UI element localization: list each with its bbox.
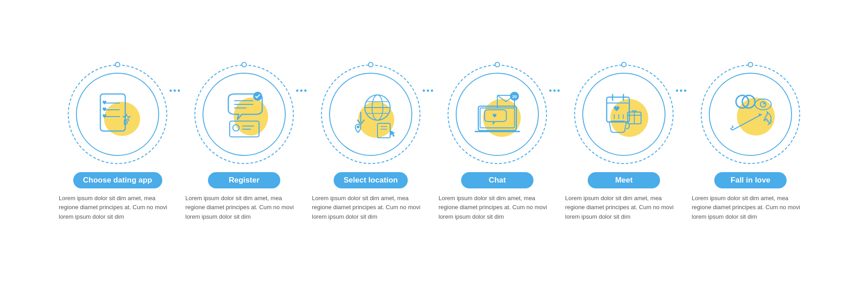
- inner-circle: [76, 73, 159, 156]
- top-connector-dot: [115, 62, 120, 67]
- choose-dating-app-icon: [90, 87, 145, 141]
- label-meet: Meet: [588, 172, 660, 188]
- step-choose-dating-app: Choose dating app Lorem ipsum dolor sit …: [54, 65, 181, 221]
- step-fall-in-love: Fall in love Lorem ipsum dolor sit dim a…: [687, 65, 814, 221]
- step-chat: 20 Chat Lorem ipsum dolor sit dim amet, …: [434, 65, 561, 221]
- select-location-icon: [344, 87, 398, 141]
- text-choose-dating-app: Lorem ipsum dolor sit dim amet, mea regi…: [54, 194, 181, 221]
- inner-circle-3: [329, 73, 412, 156]
- text-select-location: Lorem ipsum dolor sit dim amet, mea regi…: [307, 194, 434, 221]
- inner-circle-2: [203, 73, 286, 156]
- inner-circle-5: [582, 73, 665, 156]
- step-register: Register Lorem ipsum dolor sit dim amet,…: [181, 65, 307, 221]
- circle-register: [194, 65, 294, 164]
- top-connector-dot-5: [621, 62, 627, 67]
- register-icon: [217, 87, 271, 141]
- meet-icon: [597, 87, 651, 141]
- label-fall-in-love: Fall in love: [714, 172, 787, 188]
- chat-icon: 20: [470, 87, 524, 141]
- svg-point-48: [763, 103, 765, 104]
- connector-3: [423, 89, 433, 92]
- step-select-location: Select location Lorem ipsum dolor sit di…: [307, 65, 434, 221]
- fall-in-love-icon: [723, 87, 778, 141]
- label-select-location: Select location: [334, 172, 408, 188]
- svg-text:20: 20: [512, 94, 517, 99]
- infographic: Choose dating app Lorem ipsum dolor sit …: [0, 56, 868, 230]
- text-chat: Lorem ipsum dolor sit dim amet, mea regi…: [434, 194, 561, 221]
- step-meet: Meet Lorem ipsum dolor sit dim amet, mea…: [561, 65, 687, 221]
- inner-circle-4: 20: [456, 73, 539, 156]
- label-chat: Chat: [461, 172, 533, 188]
- connector-2: [296, 89, 307, 92]
- circle-select-location: [321, 65, 420, 164]
- svg-point-22: [357, 126, 359, 128]
- connector-5: [676, 89, 686, 92]
- inner-circle-6: [709, 73, 792, 156]
- circle-choose-dating-app: [68, 65, 167, 164]
- label-register: Register: [208, 172, 280, 188]
- text-meet: Lorem ipsum dolor sit dim amet, mea regi…: [561, 194, 687, 221]
- top-connector-dot-4: [495, 62, 500, 67]
- connector-1: [170, 89, 180, 92]
- circle-meet: [574, 65, 674, 164]
- top-connector-dot-2: [241, 62, 247, 67]
- circle-fall-in-love: [701, 65, 800, 164]
- connector-4: [549, 89, 560, 92]
- circle-chat: 20: [448, 65, 547, 164]
- top-connector-dot-6: [748, 62, 753, 67]
- top-connector-dot-3: [368, 62, 373, 67]
- label-choose-dating-app: Choose dating app: [73, 172, 162, 188]
- text-fall-in-love: Lorem ipsum dolor sit dim amet, mea regi…: [687, 194, 814, 221]
- text-register: Lorem ipsum dolor sit dim amet, mea regi…: [181, 194, 307, 221]
